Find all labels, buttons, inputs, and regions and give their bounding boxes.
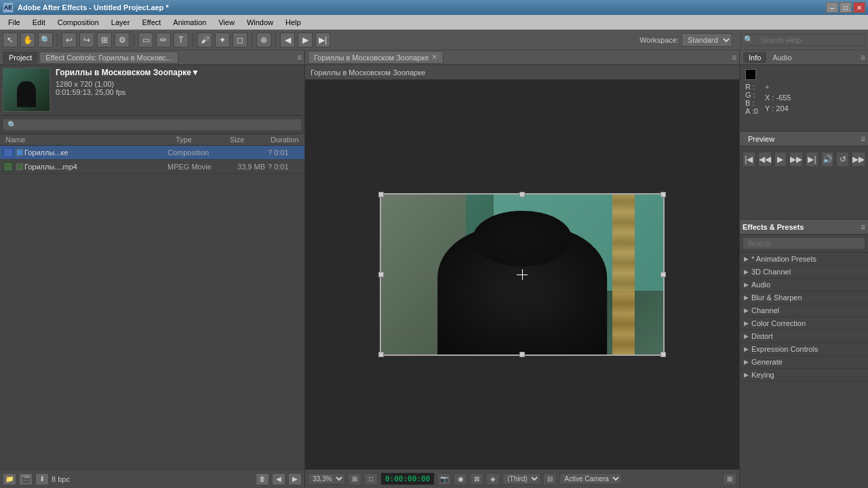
pixel-ratio-btn[interactable]: □: [364, 473, 378, 485]
comp-tab-close[interactable]: ✕: [431, 53, 437, 62]
panel-menu-button[interactable]: ≡: [297, 53, 302, 62]
search-icon: 🔍: [741, 35, 756, 44]
menu-layer[interactable]: Layer: [106, 17, 136, 28]
nav-arrow-fwd-btn[interactable]: ▶: [288, 473, 302, 485]
info-panel-menu[interactable]: ≡: [861, 53, 865, 62]
zoom-select[interactable]: 33,3%: [308, 473, 345, 485]
name-column-header[interactable]: Name: [3, 136, 146, 144]
view-options-btn[interactable]: ◉: [454, 473, 467, 485]
text-tool[interactable]: T: [174, 33, 189, 47]
effects-category-color[interactable]: ▶ Color Correction: [740, 317, 868, 330]
project-item-comp[interactable]: Гориллы...ке Composition ? 0:01: [0, 146, 304, 160]
import-btn[interactable]: ⬇: [35, 473, 49, 485]
select-tool[interactable]: ↖: [3, 33, 18, 47]
menu-view[interactable]: View: [213, 17, 240, 28]
effects-category-3d[interactable]: ▶ 3D Channel: [740, 266, 868, 279]
category-label: Expression Controls: [751, 345, 818, 353]
effects-search-input[interactable]: [743, 237, 865, 249]
effects-category-keying[interactable]: ▶ Keying: [740, 369, 868, 382]
effects-category-generate[interactable]: ▶ Generate: [740, 356, 868, 369]
preview-panel-menu[interactable]: ≡: [861, 134, 865, 144]
loop-btn[interactable]: ↺: [836, 152, 849, 167]
menu-help[interactable]: Help: [280, 17, 307, 28]
menu-file[interactable]: File: [3, 17, 26, 28]
effects-category-distort[interactable]: ▶ Distort: [740, 330, 868, 343]
handle-left-mid[interactable]: [378, 272, 384, 277]
type-column-header[interactable]: Type: [173, 136, 227, 144]
maximize-button[interactable]: □: [840, 2, 852, 13]
menu-composition[interactable]: Composition: [52, 17, 104, 28]
menu-window[interactable]: Window: [241, 17, 279, 28]
hand-tool[interactable]: ✋: [20, 33, 35, 47]
effect-controls-tab[interactable]: Effect Controls: Гориллы в Московс...: [39, 52, 178, 64]
go-to-start-btn[interactable]: |◀: [743, 152, 755, 167]
project-search-input[interactable]: [3, 119, 302, 131]
handle-top-left[interactable]: [378, 192, 384, 197]
brush-tool[interactable]: 🖌: [197, 33, 212, 47]
eraser-tool[interactable]: ◻: [233, 33, 248, 47]
effects-category-blur[interactable]: ▶ Blur & Sharpen: [740, 291, 868, 304]
toolbar-separator-5: [275, 33, 276, 47]
effects-category-animation-presets[interactable]: ▶ * Animation Presets: [740, 253, 868, 266]
clone-tool[interactable]: ✦: [215, 33, 230, 47]
effects-category-expression[interactable]: ▶ Expression Controls: [740, 343, 868, 356]
audio-tab[interactable]: Audio: [767, 52, 797, 63]
menu-effect[interactable]: Effect: [136, 17, 166, 28]
handle-bottom-mid[interactable]: [519, 352, 525, 357]
effects-panel-menu[interactable]: ≡: [861, 222, 865, 232]
handle-bottom-right[interactable]: [660, 352, 666, 357]
camera-icon-btn[interactable]: 📷: [437, 473, 451, 485]
duration-column-header[interactable]: Duration: [268, 136, 302, 144]
info-tab[interactable]: Info: [743, 52, 767, 63]
handle-bottom-left[interactable]: [378, 352, 384, 357]
handle-right-mid[interactable]: [660, 272, 666, 277]
expand-viewer-btn[interactable]: ⊞: [723, 473, 736, 485]
step-forward-btn[interactable]: ▶▶: [789, 152, 803, 167]
audio-btn[interactable]: 🔊: [821, 152, 834, 167]
project-item-movie[interactable]: Гориллы....mp4 MPEG Movie 33,9 MB ? 0:01: [0, 160, 304, 174]
rect-tool[interactable]: ▭: [138, 33, 153, 47]
delete-btn[interactable]: 🗑: [256, 473, 269, 485]
viewer-timecode[interactable]: 0:00:00:00: [380, 472, 435, 485]
ram-preview-btn[interactable]: ▶▶: [852, 152, 865, 167]
search-help-input[interactable]: [756, 35, 865, 45]
undo-tool[interactable]: ↩: [62, 33, 77, 47]
nav-arrow-btn[interactable]: ◀: [272, 473, 285, 485]
preview-tab[interactable]: Preview: [743, 134, 780, 144]
new-folder-btn[interactable]: 📁: [3, 473, 16, 485]
play-stop-btn[interactable]: ▶: [774, 152, 787, 167]
comp-viewer-tab[interactable]: Гориллы в Московском Зоопарке ✕: [308, 51, 443, 64]
effects-category-audio[interactable]: ▶ Audio: [740, 279, 868, 291]
channel-display-btn[interactable]: ⊠: [470, 473, 484, 485]
workspace-select[interactable]: Standard: [682, 33, 732, 47]
handle-top-mid[interactable]: [519, 192, 525, 197]
menu-animation[interactable]: Animation: [167, 17, 212, 28]
nav-next[interactable]: ▶: [298, 33, 313, 47]
comp-panel-menu[interactable]: ≡: [732, 53, 736, 62]
settings-tool[interactable]: ⚙: [115, 33, 130, 47]
close-button[interactable]: ✕: [853, 2, 865, 13]
view-mode-select[interactable]: (Third): [502, 473, 540, 485]
size-column-header[interactable]: Size: [227, 136, 268, 144]
camera-select[interactable]: Active Camera: [559, 473, 622, 485]
go-to-end-btn[interactable]: ▶|: [806, 152, 818, 167]
fit-frame-btn[interactable]: ⊞: [348, 473, 361, 485]
minimize-button[interactable]: –: [826, 2, 838, 13]
project-tab[interactable]: Project: [3, 52, 38, 64]
view-grid-btn[interactable]: ⊟: [543, 473, 557, 485]
redo-tool[interactable]: ↪: [79, 33, 94, 47]
nav-prev[interactable]: ◀: [280, 33, 295, 47]
step-back-btn[interactable]: ◀◀: [758, 152, 772, 167]
effects-category-channel[interactable]: ▶ Channel: [740, 304, 868, 317]
color-management-btn[interactable]: ◈: [486, 473, 500, 485]
effects-tab-label[interactable]: Effects & Presets: [743, 223, 804, 231]
new-composition-btn[interactable]: 🎬: [19, 473, 33, 485]
zoom-tool[interactable]: 🔍: [38, 33, 53, 47]
menu-edit[interactable]: Edit: [27, 17, 51, 28]
puppet-tool[interactable]: ⊕: [256, 33, 271, 47]
nav-end[interactable]: ▶|: [315, 33, 330, 47]
pen-tool[interactable]: ✏: [156, 33, 171, 47]
composition-name: Гориллы в Московском Зоопарке▼: [56, 68, 302, 77]
composition-tool[interactable]: ⊞: [97, 33, 112, 47]
handle-top-right[interactable]: [660, 192, 666, 197]
